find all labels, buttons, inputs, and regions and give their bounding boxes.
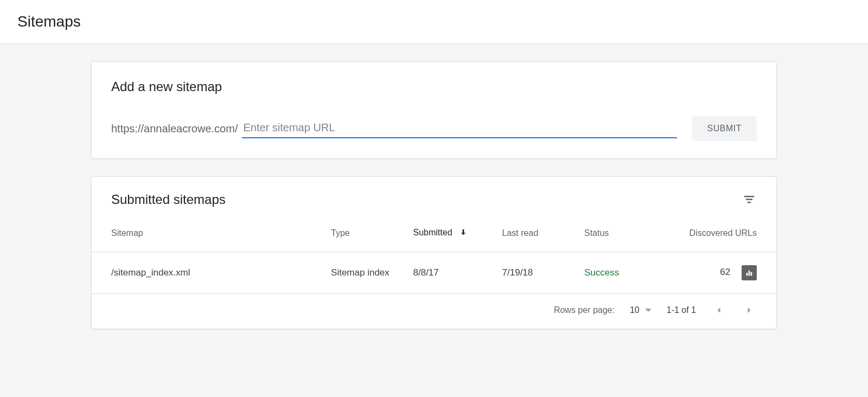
next-page-button[interactable] (742, 303, 757, 318)
submitted-sitemaps-card: Submitted sitemaps Sitemap Type Submitte… (91, 176, 777, 329)
arrow-down-icon (459, 228, 468, 239)
rows-per-page-select[interactable]: 10 (630, 305, 652, 315)
svg-rect-2 (748, 202, 751, 203)
svg-rect-3 (746, 273, 748, 276)
table-header-row: Sitemap Type Submitted Last read Status … (92, 218, 776, 252)
submitted-sitemaps-header: Submitted sitemaps (92, 177, 776, 218)
main-content: Add a new sitemap https://annaleacrowe.c… (0, 44, 868, 364)
cell-sitemap: /sitemap_index.xml (92, 252, 324, 294)
cell-last-read: 7/19/18 (496, 252, 578, 294)
add-sitemap-title: Add a new sitemap (111, 79, 757, 94)
sitemaps-table: Sitemap Type Submitted Last read Status … (92, 218, 776, 294)
table-row[interactable]: /sitemap_index.xml Sitemap index 8/8/17 … (92, 252, 776, 294)
chevron-right-icon (744, 305, 755, 316)
cell-status: Success (578, 252, 660, 294)
site-url-prefix: https://annaleacrowe.com/ (111, 123, 238, 135)
col-header-discovered[interactable]: Discovered URLs (660, 218, 776, 252)
filter-icon (743, 193, 756, 206)
submitted-sitemaps-title: Submitted sitemaps (111, 192, 226, 207)
svg-rect-1 (746, 199, 752, 201)
cell-submitted: 8/8/17 (407, 252, 496, 294)
col-header-submitted-label: Submitted (413, 228, 452, 237)
page-title: Sitemaps (17, 13, 851, 30)
page-range: 1-1 of 1 (667, 305, 696, 315)
chevron-left-icon (713, 305, 724, 316)
rows-per-page-label: Rows per page: (554, 305, 615, 315)
col-header-type[interactable]: Type (324, 218, 406, 252)
prev-page-button[interactable] (711, 303, 726, 318)
filter-button[interactable] (742, 192, 757, 207)
cell-type: Sitemap index (324, 252, 406, 294)
add-sitemap-input-row: https://annaleacrowe.com/ SUBMIT (111, 116, 757, 141)
view-chart-button[interactable] (742, 265, 757, 280)
cell-discovered: 62 (660, 252, 776, 294)
col-header-sitemap[interactable]: Sitemap (92, 218, 324, 252)
discovered-count: 62 (720, 267, 730, 277)
add-sitemap-card: Add a new sitemap https://annaleacrowe.c… (91, 61, 777, 159)
bar-chart-icon (745, 268, 754, 277)
col-header-submitted[interactable]: Submitted (407, 218, 496, 252)
submit-button[interactable]: SUBMIT (692, 116, 757, 141)
svg-rect-0 (744, 196, 754, 197)
rows-per-page-value: 10 (630, 305, 640, 315)
table-pagination: Rows per page: 10 1-1 of 1 (92, 294, 776, 329)
svg-rect-4 (749, 271, 750, 276)
caret-down-icon (645, 309, 652, 312)
sitemap-url-input[interactable] (242, 119, 676, 138)
col-header-last-read[interactable]: Last read (496, 218, 578, 252)
col-header-status[interactable]: Status (578, 218, 660, 252)
page-header: Sitemaps (0, 0, 868, 44)
svg-rect-5 (751, 272, 752, 276)
